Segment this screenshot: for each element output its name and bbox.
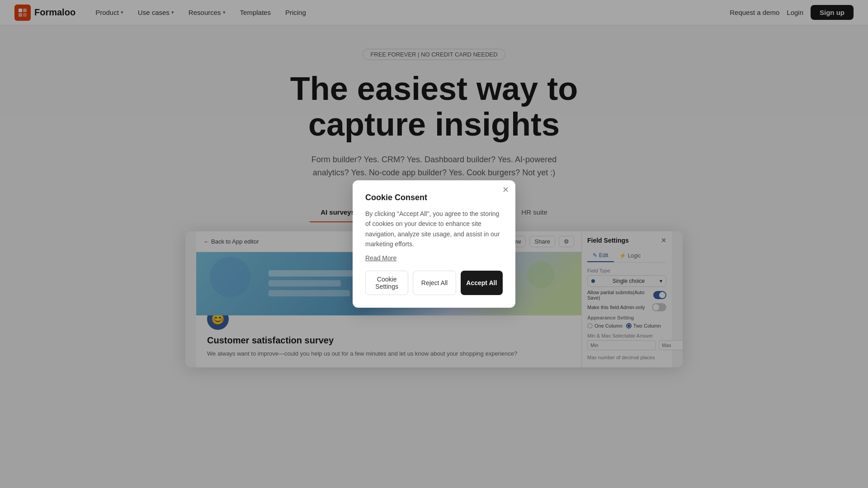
cookie-modal-body: By clicking "Accept All", you agree to t…	[365, 209, 503, 249]
cookie-modal: ✕ Cookie Consent By clicking "Accept All…	[353, 180, 515, 308]
accept-all-button[interactable]: Accept All	[461, 271, 503, 295]
read-more-link[interactable]: Read More	[365, 254, 503, 262]
modal-close-button[interactable]: ✕	[502, 186, 509, 194]
cookie-settings-button[interactable]: Cookie Settings	[365, 271, 408, 295]
cookie-modal-buttons: Cookie Settings Reject All Accept All	[365, 271, 503, 295]
cookie-overlay: ✕ Cookie Consent By clicking "Accept All…	[0, 0, 868, 488]
cookie-modal-title: Cookie Consent	[365, 193, 503, 202]
reject-all-button[interactable]: Reject All	[413, 271, 456, 295]
